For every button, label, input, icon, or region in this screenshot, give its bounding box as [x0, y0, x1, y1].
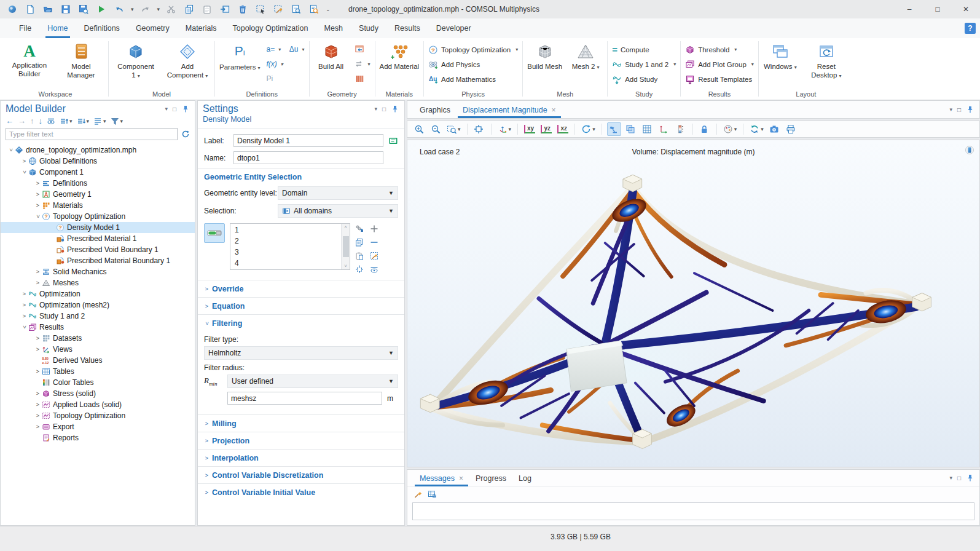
close-button[interactable]: ✕	[952, 0, 980, 18]
redo-button[interactable]	[139, 3, 152, 15]
reset-desktop-button[interactable]: Reset Desktop	[804, 40, 849, 80]
tree-item-meshes[interactable]: Meshes	[1, 277, 195, 288]
scroll-thumb[interactable]	[343, 236, 349, 257]
functions-button[interactable]: f(x)	[266, 57, 283, 71]
tree-item-tables[interactable]: Tables	[1, 366, 195, 377]
qat-customize-button[interactable]: ⌄	[326, 6, 331, 12]
nonlocal-couplings-button[interactable]: Δu	[289, 42, 305, 56]
section-control-variable-discretization[interactable]: Control Variable Discretization	[198, 466, 404, 483]
tab-home[interactable]: Home	[39, 18, 76, 38]
application-builder-button[interactable]: A Application Builder	[7, 40, 52, 79]
update-geometry-button[interactable]	[355, 57, 370, 71]
threshold-button[interactable]: Threshold	[685, 42, 754, 57]
selection-item[interactable]: 2	[230, 236, 341, 247]
tree-item-views[interactable]: Views	[1, 344, 195, 355]
zoom-in-button[interactable]	[412, 122, 426, 136]
float-panel-icon[interactable]: □	[382, 106, 386, 113]
node-order-button[interactable]: ▾	[93, 117, 106, 125]
tree-item-prescribed-void-boundary-1[interactable]: Prescribed Void Boundary 1	[1, 244, 195, 255]
refresh-icon[interactable]	[181, 130, 190, 138]
tree-item-solid-mechanics[interactable]: Solid Mechanics	[1, 266, 195, 277]
tree-item-root[interactable]: drone_topology_optimization.mph	[1, 145, 195, 156]
pin-icon[interactable]	[966, 105, 974, 114]
save-as-button[interactable]	[77, 3, 90, 15]
tree-item-prescribed-material-1[interactable]: Prescribed Material 1	[1, 233, 195, 244]
filter-tree-button[interactable]: ▾	[111, 117, 123, 125]
show-icon[interactable]	[47, 117, 55, 125]
tab-materials[interactable]: Materials	[178, 18, 225, 38]
new-file-button[interactable]	[24, 3, 36, 15]
transparency-button[interactable]	[624, 122, 638, 136]
tree-item-density-model-1[interactable]: ?Density Model 1	[1, 222, 195, 233]
tree-item-geometry-1[interactable]: Geometry 1	[1, 189, 195, 200]
add-material-button[interactable]: Add Material	[380, 40, 420, 71]
tab-results[interactable]: Results	[386, 18, 428, 38]
paste-selection-icon[interactable]	[355, 252, 364, 260]
float-panel-icon[interactable]: □	[173, 106, 176, 113]
pin-icon[interactable]	[391, 105, 399, 113]
move-up-button[interactable]: ↑	[30, 116, 34, 125]
filter-radius-input[interactable]	[227, 392, 382, 405]
name-input[interactable]	[233, 151, 383, 164]
redo-caret-icon[interactable]: ▾	[157, 6, 160, 12]
tree-item-study-1-and-2[interactable]: Study 1 and 2	[1, 311, 195, 322]
snapshot-button[interactable]	[768, 122, 782, 136]
float-panel-icon[interactable]: □	[957, 106, 961, 113]
copy-selection-icon[interactable]	[355, 238, 364, 247]
create-selection-icon[interactable]	[355, 224, 364, 233]
view-xy-button[interactable]: xy	[523, 122, 536, 136]
topology-optimization-interface-button[interactable]: ? Topology Optimization	[428, 42, 518, 57]
tab-study[interactable]: Study	[351, 18, 386, 38]
panel-menu-icon[interactable]: ▾	[949, 106, 952, 113]
selection-item[interactable]: 1	[230, 224, 341, 236]
result-templates-button[interactable]: Result Templates	[685, 72, 754, 86]
section-projection[interactable]: Projection	[198, 432, 404, 449]
panel-menu-icon[interactable]: ▾	[374, 106, 377, 112]
help-button[interactable]: ?	[965, 23, 976, 34]
paste-button[interactable]	[201, 3, 213, 15]
panel-menu-icon[interactable]: ▾	[949, 475, 952, 481]
close-tab-icon[interactable]: ×	[552, 106, 556, 114]
tree-item-component-1[interactable]: Component 1	[1, 167, 195, 178]
tab-mesh[interactable]: Mesh	[316, 18, 351, 38]
tab-file[interactable]: File	[11, 18, 39, 38]
section-equation[interactable]: Equation	[198, 297, 404, 314]
view-xz-button[interactable]: xz	[556, 122, 570, 136]
parameters-button[interactable]: Pi Parameters	[219, 40, 260, 71]
undo-button[interactable]	[113, 3, 125, 15]
zoom-extents-button[interactable]	[472, 122, 486, 136]
delete-button[interactable]	[237, 3, 249, 15]
tree-item-global-definitions[interactable]: Global Definitions	[1, 156, 195, 167]
run-button[interactable]	[95, 3, 108, 15]
collapse-all-button[interactable]: ▾	[60, 117, 73, 125]
appearance-button[interactable]: ▾	[722, 122, 739, 136]
tab-topology-optimization[interactable]: Topology Optimization	[224, 18, 316, 38]
selection-select[interactable]: All domains▼	[278, 204, 398, 218]
tab-geometry[interactable]: Geometry	[128, 18, 178, 38]
build-all-button[interactable]: Build All	[314, 40, 348, 71]
add-study-button[interactable]: Add Study	[612, 72, 676, 86]
section-control-variable-initial-value[interactable]: Control Variable Initial Value	[198, 483, 404, 501]
add-component-button[interactable]: Add Component	[165, 40, 210, 80]
active-toggle-button[interactable]	[204, 223, 225, 243]
move-down-button[interactable]: ↓	[39, 116, 43, 125]
tree-item-definitions[interactable]: Definitions	[1, 178, 195, 189]
messages-output-box[interactable]	[412, 502, 974, 520]
tree-filter-input[interactable]	[6, 128, 178, 140]
scroll-down-icon[interactable]: ˅	[344, 263, 347, 269]
list-scrollbar[interactable]: ˄˅	[341, 224, 350, 269]
tree-item-topology-optimization[interactable]: ?Topology Optimization	[1, 211, 195, 222]
add-selection-icon[interactable]	[370, 224, 378, 233]
tree-item-color-tables[interactable]: Color Tables	[1, 377, 195, 388]
tree-item-topology-optimization-results[interactable]: Topology Optimization	[1, 410, 195, 421]
tab-messages[interactable]: Messages×	[414, 474, 469, 486]
maximize-button[interactable]: □	[923, 0, 952, 18]
selection-item[interactable]: 3	[230, 247, 341, 258]
mesh-2-button[interactable]: Mesh 2	[568, 40, 603, 71]
view-lock-button[interactable]	[698, 122, 711, 136]
table-messages-icon[interactable]	[428, 490, 436, 498]
section-filtering[interactable]: Filtering	[198, 314, 404, 331]
open-file-button[interactable]	[42, 3, 54, 15]
pin-icon[interactable]	[181, 105, 190, 113]
tree-item-reports[interactable]: Reports	[1, 432, 195, 443]
